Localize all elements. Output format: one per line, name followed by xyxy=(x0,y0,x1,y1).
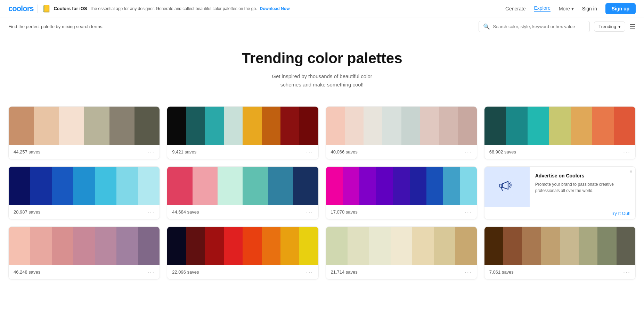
color-swatch xyxy=(30,167,52,205)
color-swatch xyxy=(116,227,138,265)
palette-colors[interactable] xyxy=(9,167,160,205)
palette-colors[interactable] xyxy=(167,107,318,145)
color-swatch xyxy=(299,227,318,265)
saves-count: 44,684 saves xyxy=(172,209,199,215)
more-options-button[interactable]: ··· xyxy=(623,268,630,276)
color-swatch xyxy=(167,107,186,145)
color-swatch xyxy=(138,227,160,265)
color-swatch xyxy=(280,227,299,265)
color-swatch xyxy=(52,227,73,265)
hero-subtitle: Get inspired by thousands of beautiful c… xyxy=(8,72,636,89)
color-swatch xyxy=(73,167,95,205)
sort-label: Trending xyxy=(598,24,616,29)
color-swatch xyxy=(484,227,503,265)
palette-footer: 22,096 saves··· xyxy=(167,265,318,279)
more-options-button[interactable]: ··· xyxy=(465,148,472,156)
palette-colors[interactable] xyxy=(326,167,477,205)
color-swatch xyxy=(167,167,192,205)
color-swatch xyxy=(484,107,506,145)
nav-more-dropdown[interactable]: More ▾ xyxy=(559,6,574,11)
more-options-button[interactable]: ··· xyxy=(306,268,313,276)
more-options-button[interactable]: ··· xyxy=(306,148,313,156)
color-swatch xyxy=(299,107,318,145)
advertise-close-icon[interactable]: ✕ xyxy=(629,169,633,174)
color-swatch xyxy=(439,107,458,145)
color-swatch xyxy=(138,167,160,205)
sort-dropdown[interactable]: Trending ▾ xyxy=(594,22,625,32)
more-options-button[interactable]: ··· xyxy=(465,208,472,216)
more-options-button[interactable]: ··· xyxy=(306,208,313,216)
saves-count: 7,061 saves xyxy=(489,269,514,275)
color-swatch xyxy=(326,227,348,265)
palette-footer: 21,714 saves··· xyxy=(326,265,477,279)
color-swatch xyxy=(205,227,224,265)
advertise-footer: Try It Out! xyxy=(484,207,635,219)
advertise-cta-link[interactable]: Try It Out! xyxy=(611,211,630,216)
palette-footer: 9,421 saves··· xyxy=(167,145,318,159)
palette-card: 22,096 saves··· xyxy=(167,226,318,280)
color-swatch xyxy=(579,227,597,265)
color-swatch xyxy=(95,227,116,265)
color-swatch xyxy=(455,227,477,265)
color-swatch xyxy=(503,227,522,265)
more-options-button[interactable]: ··· xyxy=(147,148,155,156)
color-swatch xyxy=(426,167,443,205)
saves-count: 28,987 saves xyxy=(14,209,40,215)
saves-count: 40,066 saves xyxy=(331,149,358,155)
color-swatch xyxy=(458,107,476,145)
ios-promo-banner: 📒 Coolors for iOS The essential app for … xyxy=(38,5,290,13)
color-swatch xyxy=(34,107,59,145)
color-swatch xyxy=(243,167,268,205)
nav-more-label: More xyxy=(559,6,570,11)
advertise-icon-area xyxy=(484,167,530,207)
palette-grid: 44,257 saves···9,421 saves···40,066 save… xyxy=(0,99,644,293)
color-swatch xyxy=(84,107,109,145)
saves-count: 21,714 saves xyxy=(331,269,358,275)
hamburger-icon[interactable]: ☰ xyxy=(629,23,636,31)
palette-colors[interactable] xyxy=(484,227,635,265)
signup-button[interactable]: Sign up xyxy=(605,3,636,14)
color-swatch xyxy=(186,107,205,145)
download-now-link[interactable]: Download Now xyxy=(260,6,290,11)
ios-app-name: Coolors for iOS xyxy=(54,6,87,11)
palette-card: 44,684 saves··· xyxy=(167,166,318,219)
palette-card: 68,902 saves··· xyxy=(484,106,636,159)
search-icon: 🔍 xyxy=(483,23,490,30)
saves-count: 46,248 saves xyxy=(14,269,40,275)
color-swatch xyxy=(541,227,560,265)
color-swatch xyxy=(401,107,420,145)
more-options-button[interactable]: ··· xyxy=(623,148,630,156)
palette-colors[interactable] xyxy=(167,167,318,205)
palette-colors[interactable] xyxy=(326,107,477,145)
color-swatch xyxy=(592,107,614,145)
palette-colors[interactable] xyxy=(9,227,160,265)
palette-colors[interactable] xyxy=(326,227,477,265)
palette-footer: 68,902 saves··· xyxy=(484,145,635,159)
search-input[interactable] xyxy=(493,24,585,29)
palette-footer: 40,066 saves··· xyxy=(326,145,477,159)
palette-footer: 44,257 saves··· xyxy=(9,145,160,159)
logo[interactable]: coolors xyxy=(8,4,33,13)
palette-colors[interactable] xyxy=(484,107,635,145)
color-swatch xyxy=(410,167,426,205)
color-swatch xyxy=(420,107,439,145)
palette-colors[interactable] xyxy=(167,227,318,265)
color-swatch xyxy=(9,227,30,265)
palette-card: 17,070 saves··· xyxy=(326,166,477,219)
ios-app-icon: 📒 xyxy=(42,5,51,13)
color-swatch xyxy=(95,167,116,205)
palette-footer: 7,061 saves··· xyxy=(484,265,635,279)
color-swatch xyxy=(528,107,549,145)
hero-title: Trending color palettes xyxy=(8,50,636,67)
palette-card: 44,257 saves··· xyxy=(8,106,160,159)
more-options-button[interactable]: ··· xyxy=(147,208,155,216)
signin-button[interactable]: Sign in xyxy=(582,6,597,11)
more-options-button[interactable]: ··· xyxy=(147,268,155,276)
search-input-wrapper[interactable]: 🔍 xyxy=(479,21,590,32)
nav-generate[interactable]: Generate xyxy=(505,6,525,11)
nav-explore[interactable]: Explore xyxy=(534,5,550,12)
color-swatch xyxy=(376,167,393,205)
more-options-button[interactable]: ··· xyxy=(465,268,472,276)
palette-colors[interactable] xyxy=(9,107,160,145)
color-swatch xyxy=(617,227,635,265)
